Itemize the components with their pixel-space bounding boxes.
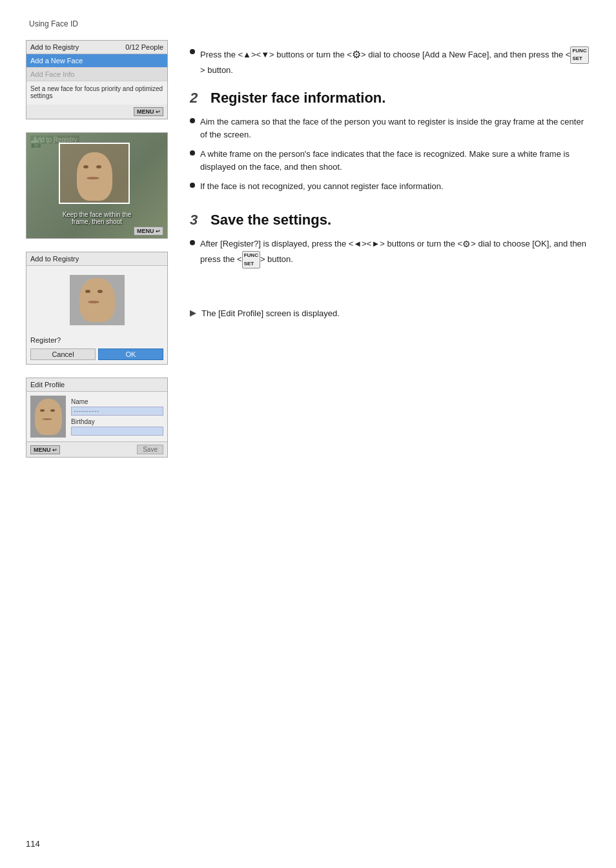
screen2-menu-badge: MENU ↩ bbox=[134, 227, 163, 236]
screen1-top-right: 0/12 People bbox=[125, 43, 163, 51]
screen4-top-label: Edit Profile bbox=[26, 378, 167, 392]
save-button[interactable]: Save bbox=[137, 445, 163, 454]
screen-viewfinder: Add to Registry 📷 ▪ ▪ ▪ Keep the face wi… bbox=[26, 132, 168, 239]
bullet-dot bbox=[190, 118, 195, 123]
result-section: ▶ The [Edit Profile] screen is displayed… bbox=[190, 307, 590, 320]
ok-button[interactable]: OK bbox=[98, 348, 163, 360]
step2-section: 2 Register face information. Aim the cam… bbox=[190, 90, 590, 194]
screen2-instruction: Keep the face within the frame, then sho… bbox=[26, 211, 167, 225]
bullet-dot bbox=[190, 240, 195, 245]
step2-title: Register face information. bbox=[210, 90, 385, 106]
cancel-button[interactable]: Cancel bbox=[30, 348, 96, 360]
menu-item-add-new-face[interactable]: Add a New Face bbox=[26, 54, 167, 68]
register-label: Register? bbox=[26, 334, 167, 346]
step3-number: 3 bbox=[190, 212, 204, 228]
birthday-field-label: Birthday bbox=[71, 418, 163, 425]
result-text: The [Edit Profile] screen is displayed. bbox=[201, 307, 340, 320]
step2-bullet2: A white frame on the person's face indic… bbox=[200, 148, 590, 174]
step3-bullet1: After [Register?] is displayed, press th… bbox=[200, 237, 590, 268]
bullet-dot bbox=[190, 150, 195, 156]
page-header: Using Face ID bbox=[26, 19, 590, 28]
screen-add-registry-menu: Add to Registry 0/12 People Add a New Fa… bbox=[26, 40, 168, 119]
birthday-field-value[interactable] bbox=[71, 427, 163, 436]
screen1-top-left: Add to Registry bbox=[30, 43, 79, 51]
screen3-photo bbox=[70, 275, 125, 325]
profile-thumb bbox=[30, 396, 66, 438]
bullet-dot bbox=[190, 49, 195, 54]
menu-item-add-face-info: Add Face Info bbox=[26, 68, 167, 81]
name-field-label: Name bbox=[71, 398, 163, 405]
left-column: Add to Registry 0/12 People Add a New Fa… bbox=[26, 40, 174, 458]
step2-bullet3: If the face is not recognized, you canno… bbox=[200, 180, 444, 193]
bullet-dot bbox=[190, 183, 195, 188]
step2-number: 2 bbox=[190, 90, 204, 106]
section-top: Press the <▲><▼> buttons or turn the <⚙>… bbox=[190, 46, 590, 77]
step3-title: Save the settings. bbox=[210, 212, 331, 228]
page-number: 114 bbox=[26, 839, 40, 849]
face-frame bbox=[59, 143, 130, 204]
screen1-menu-badge: MENU ↩ bbox=[134, 107, 163, 116]
screen3-top-label: Add to Registry bbox=[26, 252, 167, 266]
result-triangle-icon: ▶ bbox=[190, 308, 196, 318]
screen-edit-profile: Edit Profile Name ---------- Birthday bbox=[26, 378, 168, 458]
screen1-description: Set a new face for focus priority and op… bbox=[26, 81, 167, 105]
step3-section: 3 Save the settings. After [Register?] i… bbox=[190, 212, 590, 268]
step2-bullet1: Aim the camera so that the face of the p… bbox=[200, 116, 590, 141]
screen-register-confirm: Add to Registry Register? Cancel OK bbox=[26, 252, 168, 365]
right-column: Press the <▲><▼> buttons or turn the <⚙>… bbox=[190, 40, 590, 458]
screen4-menu-badge: MENU ↩ bbox=[30, 445, 60, 454]
bullet-text-1: Press the <▲><▼> buttons or turn the <⚙>… bbox=[200, 46, 590, 77]
name-field-value[interactable]: ---------- bbox=[71, 407, 163, 416]
